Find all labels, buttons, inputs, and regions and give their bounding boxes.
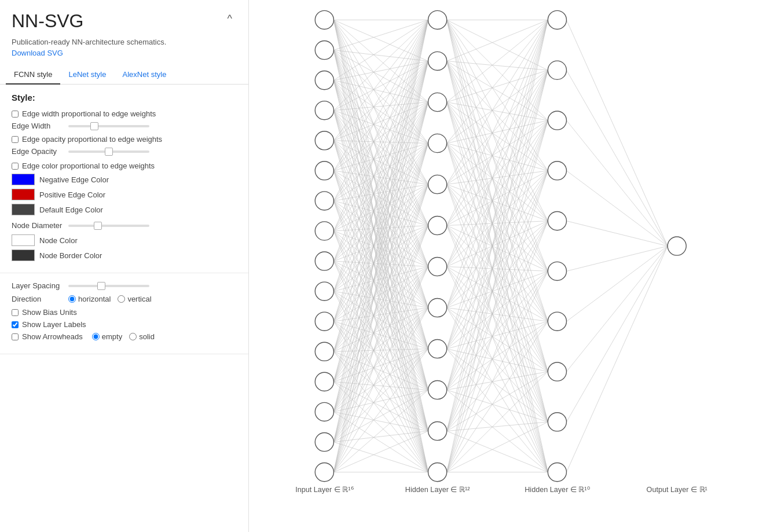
edge-opacity-row: Edge Opacity — [12, 147, 237, 156]
svg-point-345 — [428, 298, 447, 317]
node-color-label: Node Color — [39, 236, 78, 245]
svg-line-314 — [566, 120, 668, 246]
arrowhead-empty-radio[interactable] — [92, 333, 100, 340]
show-bias-units-checkbox[interactable] — [12, 309, 19, 316]
svg-point-338 — [428, 10, 447, 29]
svg-line-200 — [447, 20, 548, 421]
show-arrowheads-checkbox-row: Show Arrowheads — [12, 332, 83, 341]
svg-line-313 — [566, 70, 668, 246]
node-diameter-slider-container — [68, 225, 237, 227]
main-canvas: .nn-edge { stroke: #bbb; stroke-width: 0… — [249, 0, 759, 532]
direction-vertical-option[interactable]: vertical — [118, 295, 151, 303]
svg-point-331 — [315, 282, 333, 300]
svg-line-269 — [447, 308, 548, 372]
edge-width-proportional-row: Edge width proportional to edge weights — [12, 109, 237, 118]
svg-point-330 — [315, 252, 333, 270]
node-color-row: Node Color — [12, 234, 237, 246]
node-color-swatch[interactable] — [12, 234, 35, 246]
tab-fcnn[interactable]: FCNN style — [6, 65, 60, 85]
svg-point-356 — [548, 312, 566, 331]
svg-line-202 — [447, 20, 548, 61]
tab-alexnet[interactable]: AlexNet style — [115, 65, 175, 85]
edge-opacity-slider[interactable] — [68, 151, 149, 153]
tab-lenet[interactable]: LeNet style — [60, 65, 114, 85]
svg-point-323 — [315, 41, 333, 59]
edge-width-slider[interactable] — [68, 125, 149, 127]
svg-line-12 — [333, 20, 428, 50]
default-edge-color-swatch[interactable] — [12, 204, 35, 215]
direction-vertical-radio[interactable] — [118, 295, 125, 303]
svg-line-179 — [333, 442, 428, 472]
arrowhead-empty-option[interactable]: empty — [92, 332, 122, 341]
svg-point-334 — [315, 372, 333, 391]
show-layer-labels-checkbox[interactable] — [12, 321, 19, 328]
svg-point-337 — [315, 463, 333, 482]
edge-color-proportional-row: Edge color proportional to edge weights — [12, 162, 237, 170]
svg-point-353 — [548, 162, 566, 180]
svg-line-279 — [447, 349, 548, 372]
negative-edge-color-swatch[interactable] — [12, 174, 35, 185]
svg-line-232 — [447, 20, 548, 184]
show-arrowheads-checkbox[interactable] — [12, 333, 19, 340]
svg-line-167 — [333, 412, 428, 472]
svg-line-150 — [333, 267, 428, 382]
style-title: Style: — [12, 93, 237, 102]
direction-row: Direction horizontal vertical — [12, 295, 237, 303]
svg-line-315 — [566, 171, 668, 246]
default-edge-color-row: Default Edge Color — [12, 204, 237, 215]
svg-point-335 — [315, 402, 333, 421]
direction-label: Direction — [12, 295, 64, 303]
node-border-color-row: Node Border Color — [12, 250, 237, 261]
edge-opacity-proportional-checkbox[interactable] — [12, 136, 19, 143]
svg-line-47 — [333, 111, 428, 472]
svg-line-297 — [447, 271, 548, 431]
svg-point-340 — [428, 93, 447, 111]
svg-line-239 — [447, 185, 548, 372]
svg-line-24 — [333, 20, 428, 80]
subtitle: Publication-ready NN-architecture schema… — [0, 38, 248, 49]
svg-line-169 — [333, 61, 428, 442]
svg-line-190 — [333, 431, 428, 472]
svg-line-291 — [447, 390, 548, 472]
show-layer-labels-label: Show Layer Labels — [22, 320, 86, 329]
positive-edge-color-swatch[interactable] — [12, 189, 35, 200]
svg-line-321 — [566, 246, 668, 472]
svg-point-360 — [668, 237, 686, 255]
positive-edge-color-row: Positive Edge Color — [12, 189, 237, 200]
download-svg-link[interactable]: Download SVG — [0, 49, 248, 65]
svg-point-358 — [548, 413, 566, 431]
collapse-button[interactable]: ^ — [223, 10, 237, 27]
svg-line-218 — [447, 102, 548, 321]
svg-line-303 — [447, 70, 548, 472]
show-arrowheads-row: Show Arrowheads empty solid — [12, 332, 237, 341]
edge-width-proportional-checkbox[interactable] — [12, 111, 19, 118]
node-border-color-swatch[interactable] — [12, 250, 35, 261]
arrowhead-solid-radio[interactable] — [129, 333, 137, 340]
svg-point-357 — [548, 362, 566, 381]
direction-horizontal-radio[interactable] — [68, 295, 76, 303]
positive-edge-color-label: Positive Edge Color — [39, 190, 105, 199]
show-layer-labels-row: Show Layer Labels — [12, 320, 237, 329]
svg-point-352 — [548, 111, 566, 130]
show-bias-units-row: Show Bias Units — [12, 308, 237, 317]
svg-line-144 — [333, 20, 428, 381]
svg-line-306 — [447, 221, 548, 472]
svg-point-328 — [315, 192, 333, 210]
edge-color-proportional-checkbox[interactable] — [12, 163, 19, 170]
edge-opacity-proportional-row: Edge opacity proportional to edge weight… — [12, 135, 237, 144]
svg-point-344 — [428, 257, 447, 276]
svg-line-272 — [447, 20, 548, 348]
layer-spacing-slider[interactable] — [68, 285, 149, 287]
svg-line-301 — [447, 431, 548, 472]
edge-width-slider-container — [68, 125, 237, 127]
svg-line-264 — [447, 120, 548, 308]
direction-horizontal-option[interactable]: horizontal — [68, 295, 111, 303]
node-diameter-slider[interactable] — [68, 225, 149, 227]
edge-width-label: Edge Width — [12, 122, 64, 130]
edge-color-proportional-label: Edge color proportional to edge weights — [22, 162, 155, 170]
edge-opacity-proportional-label: Edge opacity proportional to edge weight… — [22, 135, 162, 144]
svg-point-347 — [428, 381, 447, 399]
svg-point-325 — [315, 101, 333, 120]
svg-line-319 — [566, 246, 668, 372]
arrowhead-solid-option[interactable]: solid — [129, 332, 155, 341]
